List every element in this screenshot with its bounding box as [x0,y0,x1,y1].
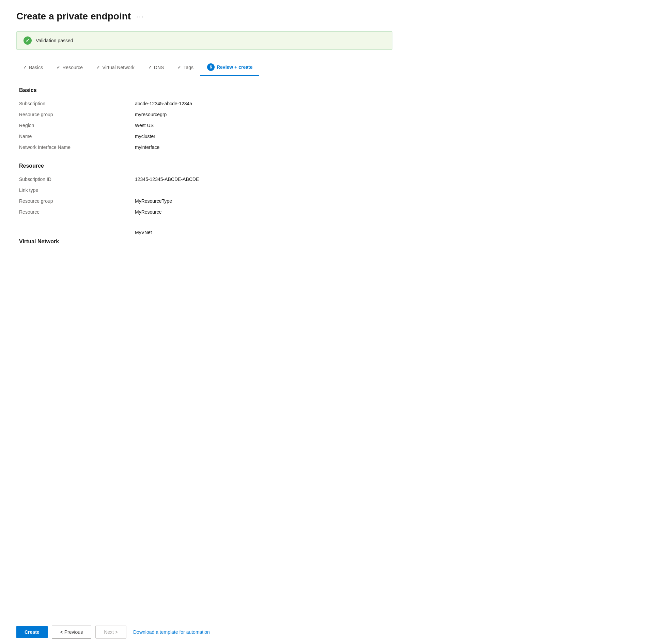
resource-group-row: Resource group myresourcegrp [19,110,390,121]
page-title: Create a private endpoint [16,11,131,22]
subscription-id-value: 12345-12345-ABCDE-ABCDE [135,177,199,182]
network-interface-row: Network Interface Name myinterface [19,142,390,153]
subscription-value: abcde-12345-abcde-12345 [135,101,192,106]
previous-button[interactable]: < Previous [52,626,92,639]
resource-row: Resource MyResource [19,207,390,218]
region-value: West US [135,123,154,128]
tab-resource[interactable]: ✓ Resource [50,61,90,75]
network-interface-value: myinterface [135,144,159,150]
tabs-row: ✓ Basics ✓ Resource ✓ Virtual Network ✓ … [16,59,392,76]
name-row: Name mycluster [19,132,390,142]
resource-group-label: Resource group [19,112,114,117]
review-create-number: 6 [207,63,215,71]
resource-value: MyResource [135,209,162,215]
tab-basics-label: Basics [29,65,43,70]
subscription-id-label: Subscription ID [19,177,114,182]
tab-tags[interactable]: ✓ Tags [171,61,200,75]
resource-group-value: myresourcegrp [135,112,167,117]
resource-section: Resource Subscription ID 12345-12345-ABC… [19,163,390,218]
validation-check-icon [24,36,32,45]
res-resource-group-value: MyResourceType [135,198,172,204]
tab-resource-label: Resource [62,65,83,70]
tab-virtual-network[interactable]: ✓ Virtual Network [90,61,141,75]
virtual-network-check-icon: ✓ [96,65,100,70]
dns-check-icon: ✓ [148,65,152,70]
more-options-icon[interactable]: ··· [136,13,144,20]
tab-tags-label: Tags [183,65,193,70]
link-type-label: Link type [19,187,114,193]
region-label: Region [19,123,114,128]
footer: Create < Previous Next > Download a temp… [0,620,653,644]
resource-section-title: Resource [19,163,390,169]
myvnet-value: MyVNet [135,230,152,235]
basics-check-icon: ✓ [23,65,27,70]
name-value: mycluster [135,134,155,139]
subscription-label: Subscription [19,101,114,106]
subscription-id-row: Subscription ID 12345-12345-ABCDE-ABCDE [19,174,390,185]
resource-check-icon: ✓ [57,65,60,70]
next-button: Next > [95,626,126,639]
basics-section: Basics Subscription abcde-12345-abcde-12… [19,87,390,153]
validation-banner: Validation passed [16,31,392,50]
validation-text: Validation passed [36,38,73,43]
network-interface-label: Network Interface Name [19,144,114,150]
tab-dns-label: DNS [154,65,164,70]
myvnet-row: MyVNet [19,228,390,239]
virtual-network-section: MyVNet Virtual Network [19,228,390,245]
content-area: Basics Subscription abcde-12345-abcde-12… [16,87,392,245]
link-type-row: Link type [19,185,390,196]
basics-section-title: Basics [19,87,390,93]
name-label: Name [19,134,114,139]
tab-basics[interactable]: ✓ Basics [16,61,50,75]
tab-review-create-label: Review + create [217,64,252,70]
create-button[interactable]: Create [16,626,48,638]
region-row: Region West US [19,121,390,132]
tags-check-icon: ✓ [177,65,181,70]
download-template-link[interactable]: Download a template for automation [133,629,210,635]
res-resource-group-row: Resource group MyResourceType [19,196,390,207]
resource-label: Resource [19,209,114,215]
tab-virtual-network-label: Virtual Network [102,65,135,70]
tab-review-create[interactable]: 6 Review + create [200,59,259,76]
tab-dns[interactable]: ✓ DNS [141,61,171,75]
virtual-network-section-title: Virtual Network [19,239,390,245]
res-resource-group-label: Resource group [19,198,114,204]
subscription-row: Subscription abcde-12345-abcde-12345 [19,99,390,110]
